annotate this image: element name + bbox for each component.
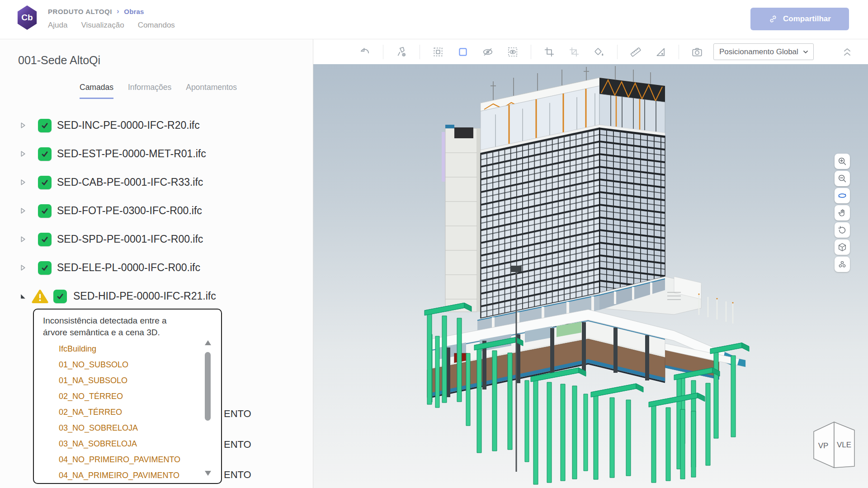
layer-checkbox[interactable] xyxy=(38,147,52,161)
layer-checkbox[interactable] xyxy=(38,233,52,246)
layer-row[interactable]: SED-SPD-PE-0001-IFC-R00.ifc xyxy=(0,225,313,253)
marquee-select-icon[interactable] xyxy=(429,43,447,61)
tab-bar: Camadas Informações Apontamentos xyxy=(80,83,237,99)
tooltip-message: Inconsistência detectada entre a árvore … xyxy=(43,315,192,338)
layer-name: SED-HID-PE-0000-IFC-R21.ifc xyxy=(73,290,216,302)
layer-name: SED-SPD-PE-0001-IFC-R00.ifc xyxy=(57,233,203,245)
tooltip-scrollbar[interactable] xyxy=(204,340,211,476)
layer-row[interactable]: SED-CAB-PE-0001-IFC-R33.ifc xyxy=(0,168,313,197)
expand-arrow-icon[interactable] xyxy=(19,236,26,243)
layer-checkbox[interactable] xyxy=(38,176,52,189)
menu-item-comandos[interactable]: Comandos xyxy=(138,21,175,30)
link-icon xyxy=(769,14,778,23)
collapse-toolbar-button[interactable] xyxy=(838,43,856,61)
tooltip-tree-item[interactable]: 01_NO_SUBSOLO xyxy=(59,357,128,373)
rotate-ccw-icon xyxy=(837,225,847,235)
layer-name: SED-INC-PE-0000-IFC-R20.ifc xyxy=(57,119,200,131)
tooltip-tree-item[interactable]: 03_NA_SOBRELOJA xyxy=(59,436,137,452)
section-plane-icon[interactable] xyxy=(565,43,583,61)
building-model[interactable] xyxy=(421,64,755,488)
menu-item-ajuda[interactable]: Ajuda xyxy=(48,21,67,30)
undo-icon[interactable] xyxy=(356,43,374,61)
tab-informacoes[interactable]: Informações xyxy=(128,83,171,99)
box-select-icon[interactable] xyxy=(454,43,472,61)
cube-icon xyxy=(837,242,847,252)
chevron-down-icon xyxy=(802,49,809,55)
layer-name: SED-ELE-PL-0000-IFC-R00.ifc xyxy=(57,262,200,274)
measure-angle-icon[interactable] xyxy=(651,43,670,61)
layer-row[interactable]: SED-EST-PE-0000-MET-R01.ifc xyxy=(0,140,313,168)
isolate-selection-icon[interactable] xyxy=(504,43,522,61)
pan-hand-icon xyxy=(837,208,847,218)
explode-trefoil-icon xyxy=(837,259,847,269)
tab-apontamentos[interactable]: Apontamentos xyxy=(186,83,237,99)
breadcrumb-current[interactable]: Obras xyxy=(124,8,144,15)
layer-row[interactable]: SED-ELE-PL-0000-IFC-R00.ifc xyxy=(0,253,313,282)
clipped-tree-label: ENTO xyxy=(224,439,251,450)
model-3d-canvas[interactable]: VP VLE xyxy=(313,64,868,488)
tooltip-tree-item[interactable]: 02_NO_TÉRREO xyxy=(59,389,123,404)
collapse-arrow-icon[interactable] xyxy=(19,293,26,300)
tooltip-tree-item[interactable]: 03_NO_SOBRELOJA xyxy=(59,420,138,436)
tooltip-tree-item[interactable]: IfcBuilding xyxy=(59,341,96,357)
toolbar-separator xyxy=(420,45,420,59)
layer-row[interactable]: SED-FOT-PE-0300-IFC-R00.ifc xyxy=(0,197,313,225)
layer-checkbox[interactable] xyxy=(38,261,52,275)
navigation-cube[interactable]: VP VLE xyxy=(809,416,856,474)
scroll-up-icon[interactable] xyxy=(205,340,211,345)
share-button[interactable]: Compartilhar xyxy=(750,8,849,30)
rotate-view-button[interactable] xyxy=(835,222,850,238)
expand-arrow-icon[interactable] xyxy=(19,179,26,186)
zoom-out-icon xyxy=(837,174,847,183)
view-controls xyxy=(835,154,850,272)
expand-arrow-icon[interactable] xyxy=(19,122,26,129)
zoom-out-button[interactable] xyxy=(835,171,850,186)
share-button-label: Compartilhar xyxy=(783,14,831,23)
layer-checkbox[interactable] xyxy=(53,290,67,303)
tooltip-tree-item[interactable]: 02_NA_TÉRREO xyxy=(59,404,122,420)
view-cube-button[interactable] xyxy=(835,239,850,255)
double-chevron-up-icon xyxy=(842,46,853,58)
nav-cube-face-vle[interactable]: VLE xyxy=(837,441,851,449)
expand-arrow-icon[interactable] xyxy=(19,150,26,157)
breadcrumb: PRODUTO ALTOQI › Obras xyxy=(48,7,144,16)
scrollbar-thumb[interactable] xyxy=(205,352,211,421)
layer-checkbox[interactable] xyxy=(38,119,52,132)
scroll-down-icon[interactable] xyxy=(205,471,211,476)
menu-item-visualizacao[interactable]: Visualização xyxy=(81,21,124,30)
tab-camadas[interactable]: Camadas xyxy=(80,83,113,99)
app-header: Cb PRODUTO ALTOQI › Obras Ajuda Visualiz… xyxy=(0,0,868,39)
orbit-button[interactable] xyxy=(835,188,850,203)
expand-arrow-icon[interactable] xyxy=(19,207,26,214)
zoom-in-button[interactable] xyxy=(835,154,850,169)
expand-arrow-icon[interactable] xyxy=(19,264,26,271)
app-logo[interactable]: Cb xyxy=(16,5,38,30)
tooltip-tree-item[interactable]: 04_NO_PRIMEIRO_PAVIMENTO xyxy=(59,452,180,468)
pin-visibility-icon[interactable] xyxy=(392,43,410,61)
tooltip-tree-item[interactable]: 04_NA_PRIMEIRO_PAVIMENTO xyxy=(59,468,179,483)
sidebar-divider xyxy=(313,39,313,488)
orbit-icon xyxy=(837,191,847,201)
layer-checkbox[interactable] xyxy=(38,204,52,218)
sidebar: 001-Sede AltoQi Camadas Informações Apon… xyxy=(0,39,313,488)
core-tower[interactable] xyxy=(442,125,481,312)
layer-row-warning[interactable]: SED-HID-PE-0000-IFC-R21.ifc xyxy=(0,282,313,310)
paint-override-icon[interactable] xyxy=(590,43,608,61)
hide-element-icon[interactable] xyxy=(479,43,497,61)
header-divider xyxy=(0,39,868,39)
pan-button[interactable] xyxy=(835,205,850,221)
app-logo-text: Cb xyxy=(21,13,33,23)
toolbar-separator xyxy=(679,45,679,59)
top-menu: Ajuda Visualização Comandos xyxy=(48,21,175,30)
layer-row[interactable]: SED-INC-PE-0000-IFC-R20.ifc xyxy=(0,111,313,140)
nav-cube-face-vp[interactable]: VP xyxy=(818,441,829,450)
section-box-icon[interactable] xyxy=(540,43,558,61)
explode-button[interactable] xyxy=(835,257,850,272)
positioning-dropdown[interactable]: Posicionamento Global xyxy=(713,43,814,60)
snapshot-camera-icon[interactable] xyxy=(688,43,706,61)
layer-name: SED-CAB-PE-0001-IFC-R33.ifc xyxy=(57,176,203,188)
breadcrumb-root[interactable]: PRODUTO ALTOQI xyxy=(48,8,112,15)
tooltip-tree-item[interactable]: 01_NA_SUBSOLO xyxy=(59,373,127,389)
breadcrumb-separator-icon: › xyxy=(117,7,119,16)
measure-ruler-icon[interactable] xyxy=(627,43,645,61)
